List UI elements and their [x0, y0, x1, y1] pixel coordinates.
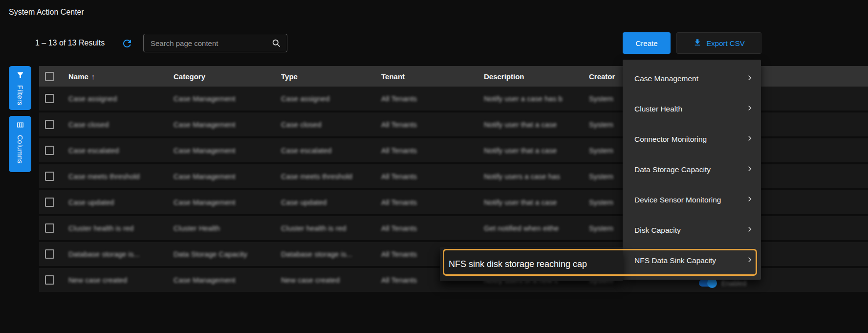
- cell-type: Case meets threshold: [281, 172, 381, 180]
- menu-item-label: NFS Data Sink Capacity: [634, 256, 716, 265]
- cell-type: Case closed: [281, 120, 381, 129]
- toggle-label: Enabled: [721, 279, 746, 287]
- cell-tenant: All Tenants: [381, 120, 484, 129]
- cell-name: Cluster health is red: [68, 224, 174, 232]
- row-checkbox[interactable]: [45, 198, 54, 207]
- menu-item-label: Data Storage Capacity: [634, 165, 711, 174]
- menu-item[interactable]: Data Storage Capacity: [623, 155, 761, 185]
- download-icon: [693, 38, 702, 48]
- app-root: System Action Center 1 – 13 of 13 Result…: [0, 0, 868, 333]
- menu-item[interactable]: Device Sensor Monitoring: [623, 185, 761, 215]
- column-header-name[interactable]: Name ↑: [68, 72, 174, 81]
- cell-description: Notify user a case has b: [484, 94, 589, 103]
- select-all-checkbox[interactable]: [45, 72, 54, 81]
- cell-category: Cluster Health: [174, 224, 281, 232]
- row-checkbox[interactable]: [45, 146, 54, 155]
- cell-category: Data Storage Capacity: [174, 250, 281, 258]
- submenu-item-nfs-sink[interactable]: NFS sink disk storage reaching cap: [440, 259, 587, 269]
- sort-ascending-icon: ↑: [91, 72, 95, 81]
- results-count: 1 – 13 of 13 Results: [35, 39, 105, 47]
- search-icon: [271, 38, 287, 48]
- cell-type: Case escalated: [281, 146, 381, 155]
- cell-type: Cluster health is red: [281, 224, 381, 232]
- column-header-tenant[interactable]: Tenant: [381, 72, 484, 81]
- chevron-right-icon: [745, 134, 754, 145]
- filter-icon: [16, 71, 24, 81]
- cell-type: Database storage is...: [281, 250, 381, 258]
- row-checkbox[interactable]: [45, 223, 54, 233]
- toggle-track[interactable]: [699, 280, 716, 287]
- cell-description: Notify user that a case: [484, 146, 589, 155]
- cell-name: Case updated: [68, 198, 174, 206]
- cell-category: Case Management: [174, 146, 281, 155]
- cell-name: Case escalated: [68, 146, 174, 155]
- create-dropdown-menu: Case Management Cluster Health Connector…: [623, 60, 761, 280]
- chevron-right-icon: [745, 73, 754, 84]
- row-checkbox[interactable]: [45, 249, 54, 259]
- chevron-right-icon: [745, 225, 754, 236]
- cell-name: Case assigned: [68, 94, 174, 103]
- cell-description: Notify users a case has: [484, 172, 589, 180]
- cell-description: Notify user that a case: [484, 120, 589, 129]
- row-enabled-toggle[interactable]: Enabled: [699, 279, 746, 287]
- refresh-icon: [121, 43, 133, 51]
- row-checkbox[interactable]: [45, 120, 54, 129]
- columns-label: Columns: [16, 135, 24, 164]
- create-button[interactable]: Create: [623, 32, 671, 54]
- columns-icon: [16, 121, 24, 131]
- menu-item[interactable]: Case Management: [623, 64, 761, 94]
- cell-description: Get notified when eithe: [484, 224, 589, 232]
- columns-button[interactable]: Columns: [9, 116, 31, 172]
- submenu-panel: NFS sink disk storage reaching cap: [440, 247, 623, 281]
- row-checkbox[interactable]: [45, 275, 54, 285]
- cell-name: New case created: [68, 276, 174, 284]
- row-checkbox[interactable]: [45, 94, 54, 103]
- menu-item-label: Cluster Health: [634, 105, 682, 113]
- search-input[interactable]: [144, 39, 271, 47]
- cell-tenant: All Tenants: [381, 198, 484, 206]
- cell-description: Notify user that a case: [484, 198, 589, 206]
- cell-name: Case meets threshold: [68, 172, 174, 180]
- cell-category: Case Management: [174, 120, 281, 129]
- filters-button[interactable]: Filters: [9, 66, 31, 110]
- cell-name: Database storage is...: [68, 250, 174, 258]
- cell-type: New case created: [281, 276, 381, 284]
- cell-tenant: All Tenants: [381, 146, 484, 155]
- column-header-type[interactable]: Type: [281, 72, 381, 81]
- chevron-right-icon: [745, 104, 754, 114]
- filters-label: Filters: [16, 85, 24, 106]
- cell-tenant: All Tenants: [381, 224, 484, 232]
- cell-tenant: All Tenants: [381, 172, 484, 180]
- menu-item[interactable]: NFS Data Sink Capacity: [623, 245, 761, 276]
- menu-item-label: Disk Capacity: [634, 226, 681, 235]
- column-header-category[interactable]: Category: [174, 72, 281, 81]
- menu-item-label: Connector Monitoring: [634, 135, 707, 144]
- chevron-right-icon: [745, 195, 754, 205]
- cell-type: Case updated: [281, 198, 381, 206]
- cell-tenant: All Tenants: [381, 94, 484, 103]
- menu-item-label: Case Management: [634, 74, 698, 83]
- cell-category: Case Management: [174, 94, 281, 103]
- page-title: System Action Center: [9, 8, 84, 17]
- menu-item[interactable]: Cluster Health: [623, 94, 761, 124]
- refresh-button[interactable]: [121, 38, 134, 50]
- cell-type: Case assigned: [281, 94, 381, 103]
- cell-category: Case Management: [174, 198, 281, 206]
- cell-category: Case Management: [174, 276, 281, 284]
- column-header-description[interactable]: Description: [484, 72, 589, 81]
- search-box: [143, 34, 287, 52]
- chevron-right-icon: [745, 255, 754, 266]
- column-header-name-label: Name: [68, 72, 88, 81]
- menu-item[interactable]: Connector Monitoring: [623, 124, 761, 155]
- export-csv-label: Export CSV: [706, 39, 744, 47]
- row-checkbox[interactable]: [45, 172, 54, 181]
- cell-category: Case Management: [174, 172, 281, 180]
- cell-name: Case closed: [68, 120, 174, 129]
- menu-item-label: Device Sensor Monitoring: [634, 196, 721, 204]
- chevron-right-icon: [745, 164, 754, 175]
- menu-item[interactable]: Disk Capacity: [623, 215, 761, 245]
- toggle-knob: [707, 278, 717, 288]
- export-csv-button[interactable]: Export CSV: [676, 32, 761, 54]
